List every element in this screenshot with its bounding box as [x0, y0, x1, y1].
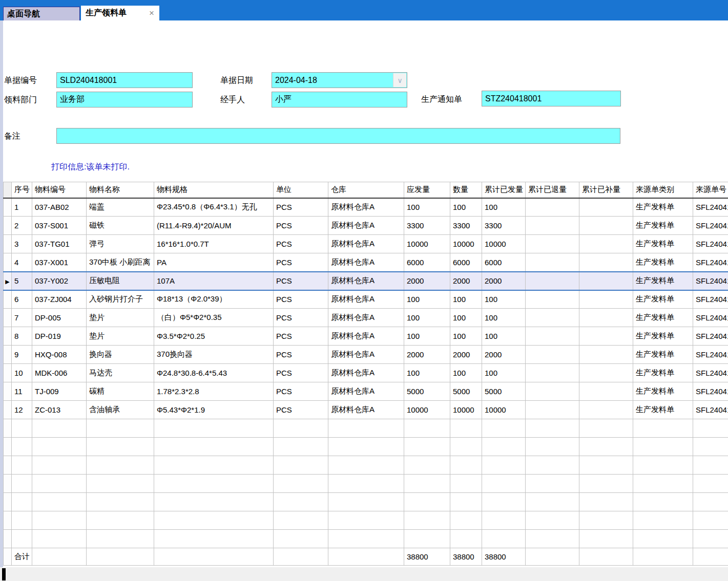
cell-no[interactable]: 12	[12, 401, 32, 419]
cell-replenished[interactable]	[579, 364, 633, 382]
cell-source-type[interactable]: 生产发料单	[633, 253, 693, 272]
cell-unit[interactable]: PCS	[274, 235, 328, 253]
table-row[interactable]: 6037-ZJ004入砂钢片打介子Φ18*13（Φ2.0*39）PCS原材料仓库…	[4, 290, 728, 309]
cell-returned[interactable]	[526, 327, 579, 346]
cell-no[interactable]: 2	[12, 217, 32, 235]
cell-warehouse[interactable]: 原材料仓库A	[328, 253, 404, 272]
cell-source-type[interactable]: 生产发料单	[633, 198, 693, 217]
cell-unit[interactable]: PCS	[274, 217, 328, 235]
table-row[interactable]: 2037-S001磁铁(R11.4-R9.4)*20/AUMPCS原材料仓库A3…	[4, 217, 728, 235]
cell-replenished[interactable]	[579, 235, 633, 253]
table-row[interactable]: 12ZC-013含油轴承Φ5.43*Φ2*1.9PCS原材料仓库A1000010…	[4, 401, 728, 419]
table-row[interactable]: 9HXQ-008换向器370换向器PCS原材料仓库A200020002000生产…	[4, 346, 728, 364]
cell-qty[interactable]: 2000	[450, 272, 482, 290]
cell-unit[interactable]: PCS	[274, 364, 328, 382]
cell-source-type[interactable]: 生产发料单	[633, 346, 693, 364]
cell-no[interactable]: 1	[12, 198, 32, 217]
cell-replenished[interactable]	[579, 253, 633, 272]
cell-spec[interactable]: Φ3.5*Φ2*0.25	[154, 327, 274, 346]
cell-due[interactable]: 10000	[404, 401, 450, 419]
tab-production-requisition[interactable]: 生产领料单 ×	[81, 6, 159, 20]
cell-qty[interactable]: 100	[450, 309, 482, 327]
row-indicator[interactable]	[4, 235, 12, 253]
cell-returned[interactable]	[526, 309, 579, 327]
cell-no[interactable]: 11	[12, 382, 32, 401]
cell-returned[interactable]	[526, 272, 579, 290]
cell-due[interactable]: 100	[404, 309, 450, 327]
cell-issued[interactable]: 2000	[482, 272, 526, 290]
row-indicator[interactable]	[4, 290, 12, 309]
cell-source-type[interactable]: 生产发料单	[633, 217, 693, 235]
cell-source-type[interactable]: 生产发料单	[633, 401, 693, 419]
cell-issued[interactable]: 10000	[482, 401, 526, 419]
cell-issued[interactable]: 6000	[482, 253, 526, 272]
cell-warehouse[interactable]: 原材料仓库A	[328, 272, 404, 290]
cell-replenished[interactable]	[579, 346, 633, 364]
cell-no[interactable]: 9	[12, 346, 32, 364]
table-row-selected[interactable]: ▶5037-Y002压敏电阻107APCS原材料仓库A200020002000生…	[4, 272, 728, 290]
cell-spec[interactable]: PA	[154, 253, 274, 272]
cell-replenished[interactable]	[579, 309, 633, 327]
cell-code[interactable]: MDK-006	[32, 364, 87, 382]
cell-returned[interactable]	[526, 253, 579, 272]
cell-spec[interactable]: 107A	[154, 272, 274, 290]
cell-replenished[interactable]	[579, 401, 633, 419]
row-indicator[interactable]	[4, 327, 12, 346]
cell-spec[interactable]: (R11.4-R9.4)*20/AUM	[154, 217, 274, 235]
cell-due[interactable]: 100	[404, 327, 450, 346]
cell-spec[interactable]: 1.78*2.3*2.8	[154, 382, 274, 401]
cell-warehouse[interactable]: 原材料仓库A	[328, 290, 404, 309]
cell-name[interactable]: 370中板 小刷距离	[87, 253, 154, 272]
cell-spec[interactable]: Φ24.8*30.8-6.4*5.43	[154, 364, 274, 382]
cell-unit[interactable]: PCS	[274, 272, 328, 290]
cell-source-no[interactable]: SFL240418001	[693, 346, 728, 364]
cell-unit[interactable]: PCS	[274, 382, 328, 401]
table-row[interactable]: 8DP-019垫片Φ3.5*Φ2*0.25PCS原材料仓库A100100100生…	[4, 327, 728, 346]
cell-source-no[interactable]: SFL240418001	[693, 382, 728, 401]
cell-warehouse[interactable]: 原材料仓库A	[328, 401, 404, 419]
cell-replenished[interactable]	[579, 217, 633, 235]
cell-due[interactable]: 3300	[404, 217, 450, 235]
table-row[interactable]: 4037-X001370中板 小刷距离PAPCS原材料仓库A6000600060…	[4, 253, 728, 272]
cell-source-no[interactable]: SFL240418001	[693, 364, 728, 382]
row-indicator[interactable]	[4, 346, 12, 364]
row-indicator[interactable]	[4, 198, 12, 217]
row-indicator[interactable]	[4, 382, 12, 401]
cell-source-no[interactable]: SFL240418001	[693, 401, 728, 419]
cell-source-no[interactable]: SFL240418001	[693, 290, 728, 309]
cell-due[interactable]: 10000	[404, 235, 450, 253]
cell-due[interactable]: 6000	[404, 253, 450, 272]
cell-qty[interactable]: 3300	[450, 217, 482, 235]
cell-qty[interactable]: 10000	[450, 235, 482, 253]
cell-source-type[interactable]: 生产发料单	[633, 309, 693, 327]
cell-name[interactable]: 马达壳	[87, 364, 154, 382]
cell-warehouse[interactable]: 原材料仓库A	[328, 327, 404, 346]
table-row[interactable]: 7DP-005垫片（白）Φ5*Φ2*0.35PCS原材料仓库A100100100…	[4, 309, 728, 327]
cell-source-no[interactable]: SFL240418001	[693, 253, 728, 272]
cell-due[interactable]: 2000	[404, 346, 450, 364]
cell-name[interactable]: 含油轴承	[87, 401, 154, 419]
cell-unit[interactable]: PCS	[274, 346, 328, 364]
cell-issued[interactable]: 3300	[482, 217, 526, 235]
cell-source-type[interactable]: 生产发料单	[633, 364, 693, 382]
cell-code[interactable]: 037-AB02	[32, 198, 87, 217]
table-row[interactable]: 11TJ-009碳精1.78*2.3*2.8PCS原材料仓库A500050005…	[4, 382, 728, 401]
cell-returned[interactable]	[526, 382, 579, 401]
cell-spec[interactable]: Φ23.45*0.8（Φ6.4*3.1）无孔	[154, 198, 274, 217]
cell-replenished[interactable]	[579, 327, 633, 346]
cell-no[interactable]: 3	[12, 235, 32, 253]
cell-due[interactable]: 100	[404, 364, 450, 382]
cell-qty[interactable]: 100	[450, 198, 482, 217]
cell-issued[interactable]: 100	[482, 198, 526, 217]
cell-unit[interactable]: PCS	[274, 290, 328, 309]
cell-issued[interactable]: 5000	[482, 382, 526, 401]
cell-warehouse[interactable]: 原材料仓库A	[328, 198, 404, 217]
table-row[interactable]: 10MDK-006马达壳Φ24.8*30.8-6.4*5.43PCS原材料仓库A…	[4, 364, 728, 382]
cell-name[interactable]: 弹弓	[87, 235, 154, 253]
table-row[interactable]: 1037-AB02端盖Φ23.45*0.8（Φ6.4*3.1）无孔PCS原材料仓…	[4, 198, 728, 217]
cell-no[interactable]: 5	[12, 272, 32, 290]
cell-no[interactable]: 7	[12, 309, 32, 327]
cell-replenished[interactable]	[579, 290, 633, 309]
cell-name[interactable]: 压敏电阻	[87, 272, 154, 290]
doc-no-input[interactable]	[56, 72, 193, 88]
